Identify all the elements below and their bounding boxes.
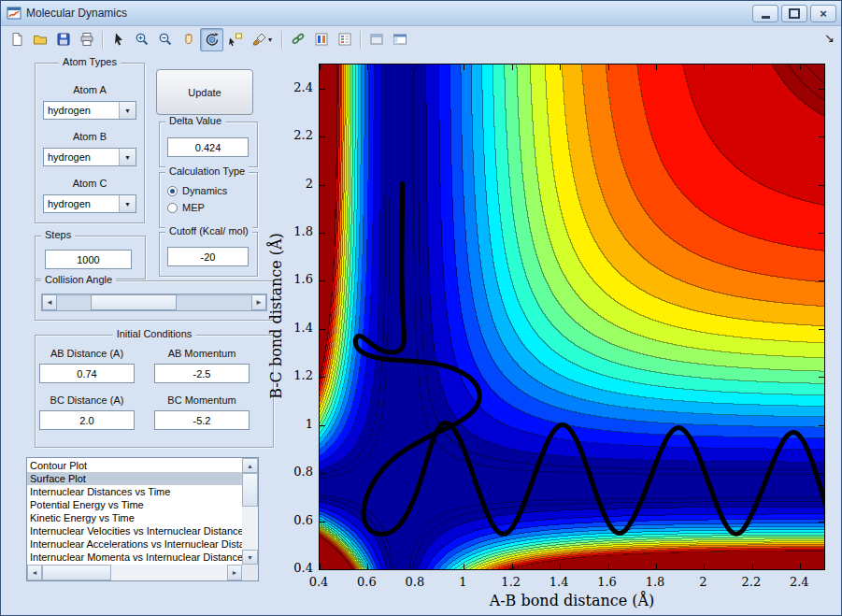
zoom-in-button[interactable] xyxy=(130,28,153,51)
edit-plot-button[interactable] xyxy=(107,28,130,51)
pan-hand-icon xyxy=(181,32,196,47)
x-tick-label: 2.4 xyxy=(785,575,813,589)
brush-button[interactable]: ▾ xyxy=(247,28,278,51)
calc-type-option-mep[interactable]: MEP xyxy=(160,199,257,216)
atom-c-value: hydrogen xyxy=(44,195,119,212)
radio-button-icon[interactable] xyxy=(167,186,178,196)
close-icon: × xyxy=(820,7,827,20)
horizontal-scroll-thumb[interactable] xyxy=(42,565,111,580)
chevron-down-icon: ▼ xyxy=(124,201,131,208)
list-item[interactable]: Kinetic Energy vs Time xyxy=(27,511,242,524)
bc-distance-input[interactable] xyxy=(39,410,135,430)
data-cursor-button[interactable] xyxy=(223,28,247,51)
cutoff-panel: Cutoff (Kcal/ mol) xyxy=(159,232,258,277)
atom-a-select[interactable]: hydrogen ▼ xyxy=(43,101,136,120)
link-plot-button[interactable] xyxy=(286,28,309,51)
list-item[interactable]: Surface Plot xyxy=(27,472,242,485)
list-item[interactable]: Internuclear Accelerations vs Internucle… xyxy=(27,537,242,551)
legend-icon xyxy=(337,32,352,47)
initial-conditions-panel: Initial Conditions AB Distance (A) AB Mo… xyxy=(35,335,274,448)
radio-label: Dynamics xyxy=(182,185,227,196)
zoom-in-icon xyxy=(135,32,150,47)
toolbar-separator xyxy=(281,31,282,49)
minimize-button[interactable] xyxy=(752,5,778,22)
cursor-arrow-icon xyxy=(111,32,126,47)
colorbar-icon xyxy=(314,32,329,47)
chevron-down-icon: ▼ xyxy=(124,154,131,161)
panel-title: Steps xyxy=(41,229,75,240)
panel-title: Initial Conditions xyxy=(113,328,196,339)
list-item[interactable]: Potential Energy vs Time xyxy=(27,498,242,511)
ab-momentum-label: AB Momentum xyxy=(154,348,250,359)
show-plot-tools-button[interactable] xyxy=(388,28,411,51)
scroll-left-button[interactable]: ◄ xyxy=(27,565,42,580)
slider-thumb[interactable] xyxy=(91,294,177,310)
x-tick-label: 2.2 xyxy=(737,575,765,589)
ab-momentum-input[interactable] xyxy=(154,364,250,383)
x-axis-title: A-B bond distance (Å) xyxy=(319,592,825,609)
print-button[interactable] xyxy=(75,28,98,51)
calc-type-option-dynamics[interactable]: Dynamics xyxy=(160,182,257,199)
atom-b-select[interactable]: hydrogen ▼ xyxy=(43,148,136,166)
close-button[interactable]: × xyxy=(810,5,836,22)
insert-legend-button[interactable] xyxy=(333,28,356,51)
vertical-scroll-thumb[interactable] xyxy=(242,473,258,507)
minimize-icon xyxy=(762,16,770,19)
atom-c-label: Atom C xyxy=(36,178,144,189)
list-item[interactable]: Contour Plot xyxy=(27,459,242,472)
x-tick-label: 0.6 xyxy=(352,575,380,589)
pan-button[interactable] xyxy=(177,28,200,51)
figure-toolbar: ▾ xyxy=(1,26,841,52)
window-title: Molecular Dynamics xyxy=(26,7,127,20)
scroll-down-button[interactable]: ▼ xyxy=(242,550,258,565)
zoom-out-icon xyxy=(158,32,173,47)
plot-type-listbox[interactable]: Contour PlotSurface PlotInternuclear Dis… xyxy=(26,457,259,581)
y-axis-title: B-C bond distance (Å) xyxy=(267,233,285,399)
update-button[interactable]: Update xyxy=(156,69,253,115)
list-item[interactable]: Internuclear Distances vs Time xyxy=(27,485,242,498)
combo-dropdown-button[interactable]: ▼ xyxy=(119,102,136,119)
listbox-horizontal-scrollbar[interactable]: ◄ ► xyxy=(27,565,242,580)
brush-dropdown-icon[interactable]: ▾ xyxy=(268,36,272,44)
scroll-right-button[interactable]: ► xyxy=(227,565,242,580)
delta-value-input[interactable] xyxy=(167,137,249,157)
open-file-button[interactable] xyxy=(28,28,51,51)
slider-left-arrow[interactable]: ◄ xyxy=(42,294,57,310)
zoom-out-button[interactable] xyxy=(153,28,177,51)
contour-plot-canvas[interactable] xyxy=(319,64,825,570)
slider-right-arrow[interactable]: ► xyxy=(251,294,266,310)
insert-colorbar-button[interactable] xyxy=(309,28,333,51)
title-bar[interactable]: Molecular Dynamics × xyxy=(1,1,841,26)
atom-c-select[interactable]: hydrogen ▼ xyxy=(43,194,136,213)
save-button[interactable] xyxy=(51,28,75,51)
combo-dropdown-button[interactable]: ▼ xyxy=(119,195,136,212)
new-file-button[interactable] xyxy=(5,28,28,51)
restore-button[interactable] xyxy=(781,5,807,22)
list-item[interactable]: Internuclear Momenta vs Internuclear Dis… xyxy=(27,551,242,564)
bc-momentum-input[interactable] xyxy=(154,410,250,430)
y-tick-label: 2.2 xyxy=(278,128,313,142)
data-cursor-icon xyxy=(228,32,243,47)
list-item[interactable]: Internuclear Velocities vs Internuclear … xyxy=(27,524,242,537)
toolbar-separator xyxy=(102,31,103,49)
steps-input[interactable] xyxy=(45,250,132,269)
rotate-3d-icon xyxy=(205,32,220,47)
y-tick-label: 2.4 xyxy=(278,80,313,94)
new-file-icon xyxy=(9,32,24,47)
x-tick-label: 0.4 xyxy=(305,575,333,589)
hide-plot-tools-button[interactable] xyxy=(364,28,388,51)
panel-title: Delta Value xyxy=(165,115,225,126)
plot-axes: 0.40.60.811.21.41.61.822.22.4 0.40.60.81… xyxy=(319,64,823,568)
cutoff-input[interactable] xyxy=(167,247,249,266)
collision-angle-panel: Collision Angle ◄ ► xyxy=(35,280,274,321)
ab-distance-input[interactable] xyxy=(39,364,135,383)
radio-button-icon[interactable] xyxy=(167,203,178,213)
atom-a-value: hydrogen xyxy=(44,102,119,119)
listbox-vertical-scrollbar[interactable]: ▲ ▼ xyxy=(242,458,258,565)
collision-angle-slider[interactable]: ◄ ► xyxy=(41,294,267,311)
atom-types-panel: Atom Types Atom A hydrogen ▼ Atom B hydr… xyxy=(35,63,145,223)
scroll-up-button[interactable]: ▲ xyxy=(242,458,258,473)
rotate-3d-button[interactable] xyxy=(200,28,223,51)
dock-figure-icon[interactable]: ↘ xyxy=(824,31,835,45)
combo-dropdown-button[interactable]: ▼ xyxy=(119,149,136,165)
